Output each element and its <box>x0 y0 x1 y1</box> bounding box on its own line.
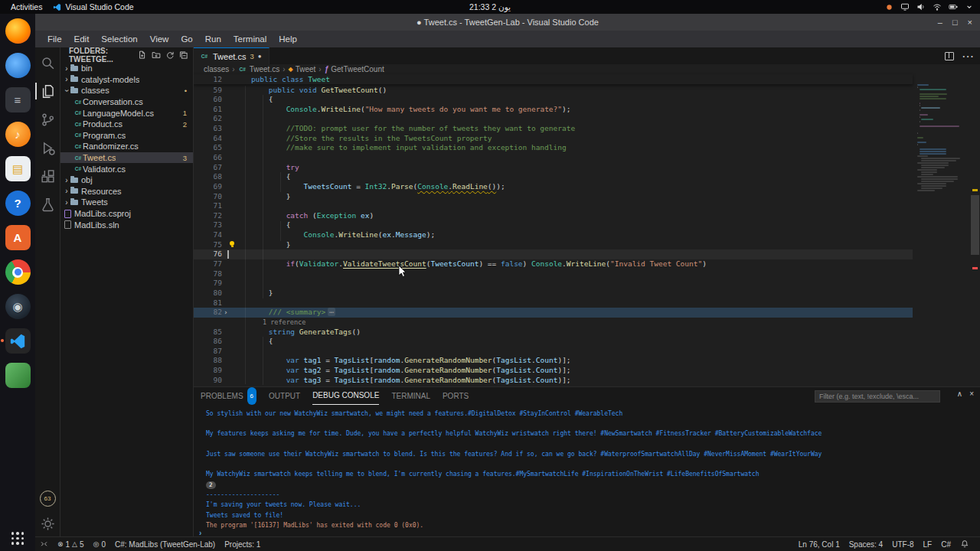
panel-tab-problems[interactable]: PROBLEMS6 <box>201 388 256 405</box>
problems-status[interactable]: ⊗1△5 <box>53 537 89 551</box>
menu-file[interactable]: File <box>41 31 68 47</box>
tree-item-product-cs[interactable]: C#Product.cs2 <box>60 119 193 130</box>
menu-help[interactable]: Help <box>273 31 303 47</box>
code-line[interactable]: 79 <box>193 279 913 289</box>
code-line[interactable]: 67 try <box>193 163 913 173</box>
display-icon[interactable] <box>900 2 910 11</box>
source-control-icon[interactable] <box>38 110 57 129</box>
breadcrumb-item-classes[interactable]: classes <box>204 65 229 73</box>
sticky-scroll-line[interactable]: 12 public class Tweet <box>193 74 913 84</box>
chrome-icon[interactable] <box>5 259 31 285</box>
extensions-icon[interactable] <box>38 167 57 185</box>
collapse-all-icon[interactable] <box>179 51 188 60</box>
rhythmbox-icon[interactable]: ♪ <box>5 122 31 147</box>
tree-item-program-cs[interactable]: C#Program.cs <box>60 130 193 142</box>
panel-tab-ports[interactable]: PORTS <box>443 388 469 405</box>
more-actions-icon[interactable]: ⋯ <box>962 49 974 64</box>
code-line[interactable]: 81 <box>193 298 913 308</box>
panel-tab-output[interactable]: OUTPUT <box>269 388 300 405</box>
code-line[interactable]: 61 Console.WriteLine("How many tweets do… <box>193 105 913 115</box>
code-line[interactable]: 80 } <box>193 289 913 298</box>
code-line[interactable]: 90 var tag3 = TagsList[random.GenerateRa… <box>193 376 913 386</box>
breadcrumb-item-tweet[interactable]: ◆Tweet <box>289 65 316 73</box>
eol[interactable]: LF <box>919 537 937 551</box>
breadcrumb-item-tweet-cs[interactable]: C#Tweet.cs <box>238 65 279 73</box>
tree-item-madlibs-sln[interactable]: MadLibs.sln <box>60 219 193 230</box>
accounts-badge[interactable]: 63 <box>40 491 56 507</box>
tree-item-catalyst-models[interactable]: ›catalyst-models <box>60 74 193 86</box>
libreoffice-writer-icon[interactable]: ▤ <box>5 156 31 181</box>
code-rows[interactable]: 59 public void GetTweetCount()60 {61 Con… <box>193 84 913 385</box>
fold-chevron-icon[interactable]: › <box>224 308 228 318</box>
new-folder-icon[interactable] <box>152 51 161 60</box>
code-line[interactable]: 78 <box>193 269 913 279</box>
maximize-button[interactable]: □ <box>952 18 958 27</box>
tree-item-tweet-cs[interactable]: C#Tweet.cs3 <box>60 152 193 164</box>
minimap[interactable] <box>914 84 962 386</box>
code-line[interactable]: 71 <box>193 201 913 211</box>
panel-tab-terminal[interactable]: TERMINAL <box>391 388 430 405</box>
clock[interactable]: 21:33 2 يون <box>0 2 980 11</box>
codelens-row[interactable]: 1 reference <box>193 318 913 328</box>
ports-indicator[interactable]: ◎0 <box>89 537 110 551</box>
minimize-button[interactable]: – <box>938 18 942 27</box>
text-editor-icon[interactable]: ≡ <box>5 87 31 112</box>
code-line[interactable]: 70 } <box>193 192 913 202</box>
projects-status[interactable]: Projects: 1 <box>220 537 265 551</box>
search-icon[interactable] <box>38 54 57 72</box>
explorer-section-header[interactable]: FOLDERS: TWEETGE... <box>60 47 193 63</box>
tab-tweet-cs[interactable]: C# Tweet.cs 3 ● <box>193 47 270 64</box>
code-line[interactable]: 73 { <box>193 220 913 230</box>
tree-item-madlibs-csproj[interactable]: MadLibs.csproj <box>60 208 193 220</box>
network-icon[interactable] <box>933 2 942 11</box>
vscode-icon[interactable] <box>5 328 31 354</box>
window-titlebar[interactable]: ● Tweet.cs - TweetGen-Lab - Visual Studi… <box>35 14 980 31</box>
tree-item-languagemodel-cs[interactable]: C#LanguageModel.cs1 <box>60 107 193 119</box>
panel-tab-debug-console[interactable]: DEBUG CONSOLE <box>312 387 379 405</box>
explorer-icon[interactable] <box>38 82 57 100</box>
code-line[interactable]: 68 { <box>193 172 913 182</box>
tree-item-resources[interactable]: ›Resources <box>60 186 193 197</box>
console-filter-input[interactable] <box>815 390 940 403</box>
code-line[interactable]: 89 var tag2 = TagsList[random.GenerateRa… <box>193 366 913 376</box>
menu-go[interactable]: Go <box>175 31 198 47</box>
tree-item-tweets[interactable]: ›Tweets <box>60 197 193 208</box>
code-area[interactable]: 59 public void GetTweetCount()60 {61 Con… <box>193 84 980 386</box>
code-line[interactable]: 60 { <box>193 95 913 105</box>
menu-edit[interactable]: Edit <box>68 31 96 47</box>
tree-item-conversation-cs[interactable]: C#Conversation.cs <box>60 96 193 108</box>
remote-indicator[interactable] <box>35 537 53 551</box>
encoding[interactable]: UTF-8 <box>887 537 918 551</box>
menu-selection[interactable]: Selection <box>95 31 143 47</box>
green-app-icon[interactable] <box>5 363 31 388</box>
tree-item-classes[interactable]: ›classes• <box>60 85 193 96</box>
tree-item-validator-cs[interactable]: C#Validator.cs <box>60 163 193 174</box>
code-line[interactable]: 65 //make sure to implement input valida… <box>193 143 913 153</box>
menu-terminal[interactable]: Terminal <box>227 31 273 47</box>
tab-dirty-indicator[interactable]: ● <box>258 53 262 60</box>
code-line[interactable]: 82› /// <summary>⋯ <box>193 308 913 318</box>
scrollbar-thumb[interactable] <box>971 195 979 255</box>
tree-item-bin[interactable]: ›bin <box>60 63 193 74</box>
code-line[interactable]: 88 var tag1 = TagsList[random.GenerateRa… <box>193 356 913 366</box>
chevron-down-icon[interactable] <box>965 2 974 11</box>
impress-icon[interactable]: A <box>5 225 31 250</box>
steam-icon[interactable]: ◉ <box>5 294 31 319</box>
codelens-references[interactable]: 1 reference <box>263 318 305 328</box>
new-file-icon[interactable] <box>138 51 147 60</box>
testing-icon[interactable] <box>38 195 57 214</box>
maximize-panel-icon[interactable]: ∧ <box>957 390 962 398</box>
notifications-bell[interactable] <box>956 537 974 551</box>
menu-run[interactable]: Run <box>199 31 227 47</box>
code-line[interactable]: 72 catch (Exception ex) <box>193 211 913 221</box>
language-mode[interactable]: C# <box>936 537 956 551</box>
editor-scrollbar[interactable] <box>969 84 980 386</box>
record-dot-icon[interactable] <box>884 2 893 11</box>
volume-icon[interactable] <box>916 2 926 11</box>
thunderbird-icon[interactable] <box>5 53 31 78</box>
indentation[interactable]: Spaces: 4 <box>844 537 887 551</box>
code-line[interactable]: 62 <box>193 114 913 124</box>
debug-console-output[interactable]: So stylish with our new WatchyWiz smartw… <box>206 409 972 530</box>
code-line[interactable]: 85 string GenerateTags() <box>193 328 913 337</box>
settings-gear-icon[interactable] <box>38 514 57 533</box>
